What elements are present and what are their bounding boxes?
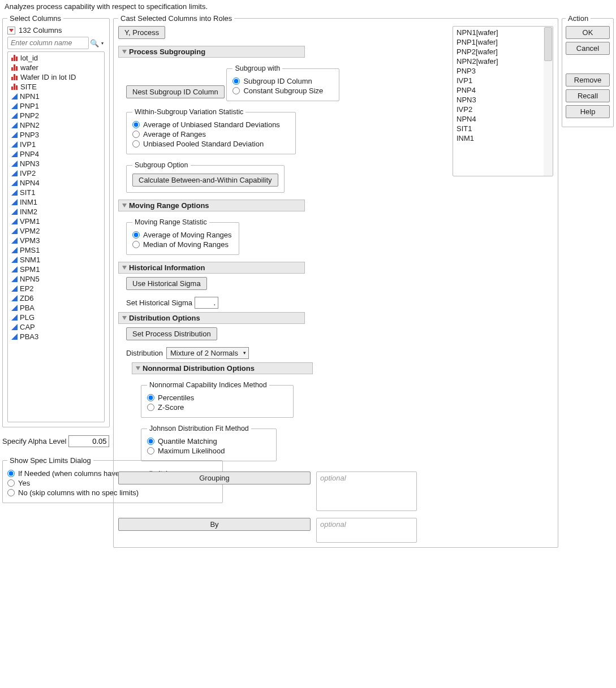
- moving-range-stat-radio[interactable]: [132, 241, 140, 248]
- grouping-dropzone[interactable]: optional: [316, 471, 417, 511]
- nonnormal-indices-option[interactable]: Z-Score: [147, 403, 287, 412]
- column-item[interactable]: SITE: [8, 82, 104, 92]
- column-search-input[interactable]: [7, 37, 89, 49]
- within-stat-radio[interactable]: [132, 140, 140, 148]
- scrollbar-thumb[interactable]: [544, 27, 552, 61]
- column-item[interactable]: VPM3: [8, 236, 104, 245]
- nonnormal-indices-radio[interactable]: [147, 404, 154, 411]
- calc-between-within-button[interactable]: Calculate Between-and-Within Capability: [132, 174, 278, 187]
- y-list-item[interactable]: PNP4: [453, 85, 553, 95]
- subgroup-with-option[interactable]: Constant Subgroup Size: [232, 86, 333, 95]
- ok-button[interactable]: OK: [566, 26, 610, 39]
- subgroup-with-radio[interactable]: [232, 87, 240, 94]
- nonnormal-header[interactable]: Nonnormal Distribution Options: [132, 362, 313, 374]
- y-list-item[interactable]: SIT1: [453, 124, 553, 133]
- nonnormal-indices-group: Nonnormal Capability Indices Method Perc…: [141, 381, 294, 418]
- y-process-listbox[interactable]: NPN1[wafer]PNP1[wafer]PNP2[wafer]NPN2[wa…: [453, 26, 553, 176]
- moving-range-stat-radio[interactable]: [132, 231, 140, 239]
- column-item[interactable]: INM2: [8, 207, 104, 217]
- column-item[interactable]: VPM1: [8, 217, 104, 226]
- subgroup-with-radio[interactable]: [232, 77, 240, 85]
- historical-header[interactable]: Historical Information: [118, 262, 305, 274]
- by-dropzone[interactable]: optional: [316, 518, 417, 543]
- spec-limits-radio[interactable]: [7, 489, 15, 496]
- column-item[interactable]: SPM1: [8, 265, 104, 274]
- column-item[interactable]: NPN4: [8, 178, 104, 188]
- column-item[interactable]: SNM1: [8, 255, 104, 265]
- column-item[interactable]: EP2: [8, 284, 104, 293]
- columns-listbox[interactable]: lot_idwaferWafer ID in lot IDSITENPN1PNP…: [7, 51, 105, 422]
- y-list-item[interactable]: NPN1[wafer]: [453, 28, 553, 37]
- alpha-input[interactable]: [68, 435, 109, 447]
- y-list-item[interactable]: PNP1[wafer]: [453, 37, 553, 47]
- column-item[interactable]: Wafer ID in lot ID: [8, 72, 104, 82]
- johnson-fit-option[interactable]: Maximum Likelihood: [147, 447, 270, 455]
- column-item[interactable]: PNP3: [8, 130, 104, 140]
- column-item[interactable]: PMS1: [8, 245, 104, 255]
- grouping-button[interactable]: Grouping: [118, 471, 311, 484]
- spec-limits-radio[interactable]: [7, 470, 15, 477]
- recall-button[interactable]: Recall: [566, 89, 610, 102]
- y-list-item[interactable]: NPN4: [453, 114, 553, 124]
- column-item[interactable]: PNP1: [8, 101, 104, 111]
- use-historical-sigma-button[interactable]: Use Historical Sigma: [126, 277, 207, 290]
- distribution-select[interactable]: Mixture of 2 Normals ▾: [166, 347, 249, 359]
- column-item[interactable]: VPM2: [8, 226, 104, 236]
- search-options-icon[interactable]: ▾: [100, 41, 105, 46]
- within-stat-option[interactable]: Average of Unbiased Standard Deviations: [132, 120, 290, 129]
- y-process-button[interactable]: Y, Process: [118, 26, 165, 39]
- y-list-item[interactable]: IVP1: [453, 76, 553, 85]
- moving-range-stat-option[interactable]: Average of Moving Ranges: [132, 231, 233, 239]
- within-stat-option[interactable]: Average of Ranges: [132, 130, 290, 139]
- within-stat-radio[interactable]: [132, 121, 140, 128]
- y-list-item[interactable]: NPN3: [453, 95, 553, 105]
- johnson-fit-radio[interactable]: [147, 447, 154, 455]
- column-item[interactable]: PNP2: [8, 111, 104, 120]
- y-list-item[interactable]: PNP2[wafer]: [453, 47, 553, 57]
- cancel-button[interactable]: Cancel: [566, 42, 610, 55]
- nonnormal-indices-option[interactable]: Percentiles: [147, 393, 287, 402]
- columns-disclosure-icon[interactable]: [7, 27, 15, 34]
- y-list-item[interactable]: IVP2: [453, 105, 553, 114]
- column-item[interactable]: NPN3: [8, 159, 104, 168]
- search-icon[interactable]: 🔍: [90, 39, 99, 47]
- column-item[interactable]: IVP2: [8, 168, 104, 178]
- johnson-fit-radio[interactable]: [147, 438, 154, 445]
- column-item[interactable]: CAP: [8, 322, 104, 332]
- distribution-header[interactable]: Distribution Options: [118, 312, 305, 324]
- help-button[interactable]: Help: [566, 105, 610, 118]
- column-item[interactable]: NPN1: [8, 92, 104, 101]
- within-stat-option[interactable]: Unbiased Pooled Standard Deviation: [132, 140, 290, 148]
- y-list-item[interactable]: PNP3: [453, 66, 553, 76]
- process-subgrouping-header[interactable]: Process Subgrouping: [118, 46, 305, 58]
- column-item[interactable]: SIT1: [8, 188, 104, 197]
- set-process-distribution-button[interactable]: Set Process Distribution: [126, 327, 217, 340]
- y-list-item[interactable]: INM1: [453, 133, 553, 143]
- nest-subgroup-button[interactable]: Nest Subgroup ID Column: [126, 85, 225, 98]
- column-item[interactable]: PNP4: [8, 149, 104, 159]
- nonnormal-indices-radio[interactable]: [147, 394, 154, 401]
- johnson-fit-option[interactable]: Quantile Matching: [147, 437, 270, 445]
- spec-limits-label: Yes: [18, 479, 30, 487]
- subgroup-with-option[interactable]: Subgroup ID Column: [232, 77, 333, 85]
- column-item[interactable]: NPN2: [8, 120, 104, 130]
- column-item[interactable]: IVP1: [8, 140, 104, 149]
- y-list-item[interactable]: NPN2[wafer]: [453, 57, 553, 66]
- column-item[interactable]: PLG: [8, 313, 104, 322]
- by-button[interactable]: By: [118, 518, 311, 531]
- column-item[interactable]: NPN5: [8, 274, 104, 284]
- column-label: NPN4: [20, 179, 40, 187]
- set-historical-sigma-input[interactable]: [195, 297, 218, 309]
- moving-range-header[interactable]: Moving Range Options: [118, 200, 305, 211]
- column-item[interactable]: PBA: [8, 303, 104, 313]
- column-item[interactable]: wafer: [8, 63, 104, 72]
- spec-limits-radio[interactable]: [7, 479, 15, 487]
- column-item[interactable]: PBA3: [8, 332, 104, 341]
- within-stat-radio[interactable]: [132, 131, 140, 138]
- remove-button[interactable]: Remove: [566, 73, 610, 86]
- moving-range-stat-option[interactable]: Median of Moving Ranges: [132, 240, 233, 249]
- column-item[interactable]: ZD6: [8, 293, 104, 303]
- column-item[interactable]: INM1: [8, 197, 104, 207]
- scrollbar-track[interactable]: [544, 27, 553, 176]
- column-item[interactable]: lot_id: [8, 53, 104, 63]
